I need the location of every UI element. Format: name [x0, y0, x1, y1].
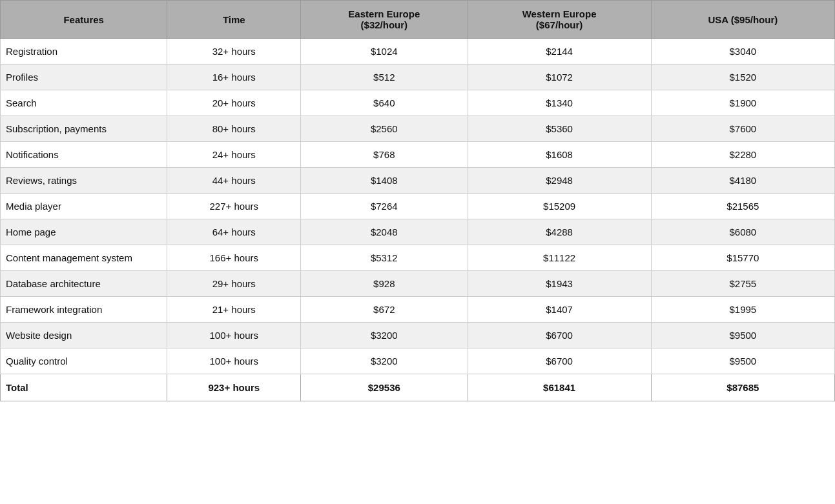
cell-usa: $3040: [651, 39, 834, 65]
header-western-europe: Western Europe($67/hour): [468, 1, 651, 39]
table-row: Notifications24+ hours$768$1608$2280: [1, 142, 835, 168]
cell-usa: $4180: [651, 168, 834, 194]
table-row: Reviews, ratings44+ hours$1408$2948$4180: [1, 168, 835, 194]
cell-eastern: $2560: [301, 116, 468, 142]
pricing-table-container: Features Time Eastern Europe($32/hour) W…: [0, 0, 835, 401]
header-eastern-europe: Eastern Europe($32/hour): [301, 1, 468, 39]
cell-eastern: $3200: [301, 348, 468, 374]
cell-feature: Search: [1, 90, 167, 116]
cell-feature: Home page: [1, 219, 167, 245]
cell-time: 44+ hours: [167, 168, 301, 194]
cell-time: 21+ hours: [167, 297, 301, 323]
cell-western: $6700: [468, 348, 651, 374]
cell-time: 100+ hours: [167, 323, 301, 348]
cell-usa: $2280: [651, 142, 834, 168]
table-row: Media player227+ hours$7264$15209$21565: [1, 194, 835, 219]
cell-feature: Media player: [1, 194, 167, 219]
cell-eastern: $768: [301, 142, 468, 168]
pricing-table: Features Time Eastern Europe($32/hour) W…: [0, 0, 835, 401]
cell-time: 32+ hours: [167, 39, 301, 65]
cell-western: $1943: [468, 271, 651, 297]
cell-time: 16+ hours: [167, 65, 301, 90]
cell-western: $11122: [468, 245, 651, 271]
header-features: Features: [1, 1, 167, 39]
cell-western: $5360: [468, 116, 651, 142]
cell-western: $4288: [468, 219, 651, 245]
table-body: Registration32+ hours$1024$2144$3040Prof…: [1, 39, 835, 374]
cell-feature: Website design: [1, 323, 167, 348]
cell-usa: $9500: [651, 323, 834, 348]
cell-time: 227+ hours: [167, 194, 301, 219]
footer-eastern: $29536: [301, 374, 468, 401]
cell-eastern: $928: [301, 271, 468, 297]
cell-usa: $6080: [651, 219, 834, 245]
cell-feature: Profiles: [1, 65, 167, 90]
table-row: Database architecture29+ hours$928$1943$…: [1, 271, 835, 297]
cell-western: $6700: [468, 323, 651, 348]
cell-time: 166+ hours: [167, 245, 301, 271]
cell-feature: Content management system: [1, 245, 167, 271]
cell-feature: Registration: [1, 39, 167, 65]
cell-eastern: $1024: [301, 39, 468, 65]
cell-usa: $2755: [651, 271, 834, 297]
footer-western: $61841: [468, 374, 651, 401]
table-header-row: Features Time Eastern Europe($32/hour) W…: [1, 1, 835, 39]
cell-eastern: $672: [301, 297, 468, 323]
cell-usa: $7600: [651, 116, 834, 142]
cell-western: $1340: [468, 90, 651, 116]
cell-time: 24+ hours: [167, 142, 301, 168]
cell-usa: $1995: [651, 297, 834, 323]
table-row: Registration32+ hours$1024$2144$3040: [1, 39, 835, 65]
cell-time: 100+ hours: [167, 348, 301, 374]
cell-feature: Framework integration: [1, 297, 167, 323]
table-row: Profiles16+ hours$512$1072$1520: [1, 65, 835, 90]
cell-eastern: $512: [301, 65, 468, 90]
footer-usa: $87685: [651, 374, 834, 401]
cell-feature: Notifications: [1, 142, 167, 168]
cell-western: $1608: [468, 142, 651, 168]
cell-usa: $9500: [651, 348, 834, 374]
cell-time: 64+ hours: [167, 219, 301, 245]
cell-usa: $15770: [651, 245, 834, 271]
cell-eastern: $2048: [301, 219, 468, 245]
table-row: Website design100+ hours$3200$6700$9500: [1, 323, 835, 348]
cell-feature: Database architecture: [1, 271, 167, 297]
cell-eastern: $3200: [301, 323, 468, 348]
cell-eastern: $5312: [301, 245, 468, 271]
cell-eastern: $7264: [301, 194, 468, 219]
cell-western: $1072: [468, 65, 651, 90]
cell-time: 20+ hours: [167, 90, 301, 116]
cell-feature: Quality control: [1, 348, 167, 374]
cell-western: $15209: [468, 194, 651, 219]
cell-feature: Reviews, ratings: [1, 168, 167, 194]
table-footer-row: Total 923+ hours $29536 $61841 $87685: [1, 374, 835, 401]
cell-western: $1407: [468, 297, 651, 323]
table-row: Subscription, payments80+ hours$2560$536…: [1, 116, 835, 142]
cell-western: $2948: [468, 168, 651, 194]
cell-time: 29+ hours: [167, 271, 301, 297]
table-row: Content management system166+ hours$5312…: [1, 245, 835, 271]
footer-time: 923+ hours: [167, 374, 301, 401]
header-usa: USA ($95/hour): [651, 1, 834, 39]
table-row: Framework integration21+ hours$672$1407$…: [1, 297, 835, 323]
footer-label: Total: [1, 374, 167, 401]
cell-western: $2144: [468, 39, 651, 65]
table-row: Search20+ hours$640$1340$1900: [1, 90, 835, 116]
cell-usa: $1520: [651, 65, 834, 90]
table-row: Quality control100+ hours$3200$6700$9500: [1, 348, 835, 374]
header-time: Time: [167, 1, 301, 39]
cell-usa: $21565: [651, 194, 834, 219]
cell-usa: $1900: [651, 90, 834, 116]
table-row: Home page64+ hours$2048$4288$6080: [1, 219, 835, 245]
cell-time: 80+ hours: [167, 116, 301, 142]
cell-eastern: $1408: [301, 168, 468, 194]
cell-feature: Subscription, payments: [1, 116, 167, 142]
cell-eastern: $640: [301, 90, 468, 116]
